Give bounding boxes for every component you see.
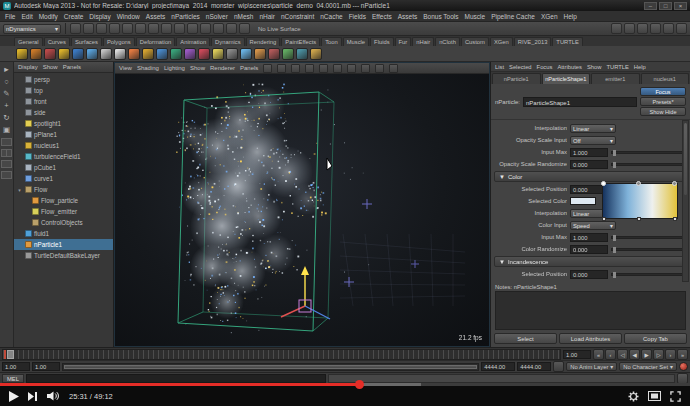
outliner-item-nucleus1[interactable]: nucleus1 bbox=[14, 140, 113, 151]
menu-bonus-tools[interactable]: Bonus Tools bbox=[423, 13, 458, 20]
viewport-menu-lighting[interactable]: Lighting bbox=[164, 65, 185, 71]
fullscreen-icon[interactable] bbox=[670, 391, 681, 402]
viewport-toolbar-icon-5[interactable] bbox=[319, 64, 328, 73]
next-button[interactable] bbox=[28, 392, 38, 401]
ramp-handle-3[interactable] bbox=[672, 181, 677, 186]
shelf-icon-11[interactable] bbox=[156, 48, 168, 60]
render-view-icon[interactable] bbox=[611, 23, 622, 34]
minimize-button[interactable]: – bbox=[644, 2, 657, 10]
hypershade-icon[interactable] bbox=[676, 23, 687, 34]
shelf-tab-polygons[interactable]: Polygons bbox=[103, 37, 135, 46]
menu-nsolver[interactable]: nSolver bbox=[206, 13, 228, 20]
attr-slider[interactable] bbox=[611, 273, 686, 276]
attr-slider[interactable] bbox=[611, 236, 686, 239]
maximize-button[interactable]: □ bbox=[659, 2, 672, 10]
select-button[interactable]: Select bbox=[494, 333, 557, 344]
slider-handle[interactable] bbox=[613, 272, 616, 278]
attr-slider[interactable] bbox=[611, 163, 686, 166]
shelf-tab-animation[interactable]: Animation bbox=[176, 37, 210, 46]
outliner-menu-display[interactable]: Display bbox=[18, 64, 38, 70]
outliner-item-turbulencefield1[interactable]: turbulenceField1 bbox=[14, 151, 113, 162]
section-incandescence[interactable]: ▼Incandescence bbox=[494, 256, 687, 267]
menu-create[interactable]: Create bbox=[64, 13, 84, 20]
current-frame-marker[interactable] bbox=[7, 350, 14, 359]
playback-end-field[interactable]: 4444.00 bbox=[481, 362, 515, 371]
current-time-field[interactable]: 1.00 bbox=[563, 350, 591, 359]
ae-menu-list[interactable]: List bbox=[495, 64, 504, 70]
menu-nhair[interactable]: nHair bbox=[259, 13, 275, 20]
outliner-menu-panels[interactable]: Panels bbox=[63, 64, 81, 70]
select-tool-icon[interactable]: ► bbox=[1, 64, 13, 75]
ae-menu-show[interactable]: Show bbox=[587, 64, 602, 70]
new-scene-icon[interactable] bbox=[70, 23, 81, 34]
construction-history-icon[interactable] bbox=[239, 23, 250, 34]
attr-dropdown-interpolation[interactable]: Linear▾ bbox=[570, 124, 616, 133]
shelf-tab-turtle[interactable]: TURTLE bbox=[552, 37, 582, 46]
play-button[interactable] bbox=[9, 391, 19, 402]
ae-menu-help[interactable]: Help bbox=[634, 64, 646, 70]
viewport-menu-view[interactable]: View bbox=[119, 65, 132, 71]
attr-slider[interactable] bbox=[611, 151, 686, 154]
shelf-icon-4[interactable] bbox=[58, 48, 70, 60]
outliner-item-front[interactable]: front bbox=[14, 96, 113, 107]
ramp-stop-2[interactable] bbox=[637, 217, 641, 221]
color-swatch[interactable] bbox=[570, 197, 596, 205]
shelf-tab-muscle[interactable]: Muscle bbox=[343, 37, 369, 46]
lasso-tool-icon[interactable]: ○ bbox=[1, 76, 13, 87]
attr-field-color-randomize[interactable]: 0.000 bbox=[570, 245, 608, 254]
outliner-item-turtledefaultbakelayer[interactable]: TurtleDefaultBakeLayer bbox=[14, 250, 113, 261]
animation-start-field[interactable]: 1.00 bbox=[2, 362, 30, 371]
menu-effects[interactable]: Effects bbox=[372, 13, 392, 20]
shelf-icon-20[interactable] bbox=[282, 48, 294, 60]
shelf-icon-1[interactable] bbox=[16, 48, 28, 60]
attr-field-input-max[interactable]: 1.000 bbox=[570, 148, 608, 157]
play-backwards-button[interactable]: ◀ bbox=[629, 349, 640, 360]
shelf-icon-8[interactable] bbox=[114, 48, 126, 60]
viewport-toolbar-icon-10[interactable] bbox=[389, 64, 398, 73]
auto-keyframe-toggle[interactable] bbox=[679, 362, 688, 371]
ramp-stop-3[interactable] bbox=[673, 217, 677, 221]
viewport-toolbar-icon-6[interactable] bbox=[333, 64, 342, 73]
ramp-handle-1[interactable] bbox=[601, 181, 606, 186]
make-live-icon[interactable] bbox=[226, 23, 237, 34]
menu-modify[interactable]: Modify bbox=[39, 13, 58, 20]
snap-curve-icon[interactable] bbox=[187, 23, 198, 34]
ae-menu-focus[interactable]: Focus bbox=[537, 64, 553, 70]
outliner-item-side[interactable]: side bbox=[14, 107, 113, 118]
outliner-item-controlobjects[interactable]: ControlObjects bbox=[14, 217, 113, 228]
paint-effects-icon[interactable] bbox=[663, 23, 674, 34]
paint-select-tool-icon[interactable]: ✎ bbox=[1, 88, 13, 99]
section-color[interactable]: ▼Color bbox=[494, 171, 687, 182]
animation-preferences-icon[interactable] bbox=[553, 361, 564, 372]
shelf-icon-18[interactable] bbox=[254, 48, 266, 60]
render-current-frame-icon[interactable] bbox=[624, 23, 635, 34]
menu-xgen[interactable]: XGen bbox=[541, 13, 558, 20]
shelf-icon-3[interactable] bbox=[44, 48, 56, 60]
rotate-tool-icon[interactable]: ↻ bbox=[1, 112, 13, 123]
playback-start-field[interactable]: 1.00 bbox=[32, 362, 60, 371]
shelf-icon-14[interactable] bbox=[198, 48, 210, 60]
slider-handle[interactable] bbox=[613, 150, 616, 156]
animation-end-field[interactable]: 4444.00 bbox=[517, 362, 551, 371]
viewport-menu-renderer[interactable]: Renderer bbox=[210, 65, 235, 71]
shelf-tab-xgen[interactable]: XGen bbox=[490, 37, 513, 46]
shelf-icon-15[interactable] bbox=[212, 48, 224, 60]
persp-outliner-layout-button[interactable] bbox=[1, 160, 12, 168]
shelf-tab-fluids[interactable]: Fluids bbox=[370, 37, 393, 46]
open-scene-icon[interactable] bbox=[83, 23, 94, 34]
object-name-field[interactable]: nParticleShape1 bbox=[523, 97, 637, 107]
load-attributes-button[interactable]: Load Attributes bbox=[559, 333, 622, 344]
step-forward-frame-button[interactable]: › bbox=[665, 349, 676, 360]
menu-edit[interactable]: Edit bbox=[21, 13, 32, 20]
single-pane-layout-button[interactable] bbox=[1, 138, 12, 146]
attr-field-selected-position[interactable]: 0.000 bbox=[570, 270, 608, 279]
outliner-item-fluid1[interactable]: fluid1 bbox=[14, 228, 113, 239]
attr-field-opacity-scale-randomize[interactable]: 0.000 bbox=[570, 160, 608, 169]
viewport-toolbar-icon-7[interactable] bbox=[347, 64, 356, 73]
outliner-item-spotlight1[interactable]: spotlight1 bbox=[14, 118, 113, 129]
menu-fields[interactable]: Fields bbox=[349, 13, 366, 20]
viewport-toolbar-icon-9[interactable] bbox=[375, 64, 384, 73]
shelf-icon-22[interactable] bbox=[310, 48, 322, 60]
settings-gear-icon[interactable] bbox=[628, 391, 639, 402]
shelf-tab-curves[interactable]: Curves bbox=[44, 37, 70, 46]
